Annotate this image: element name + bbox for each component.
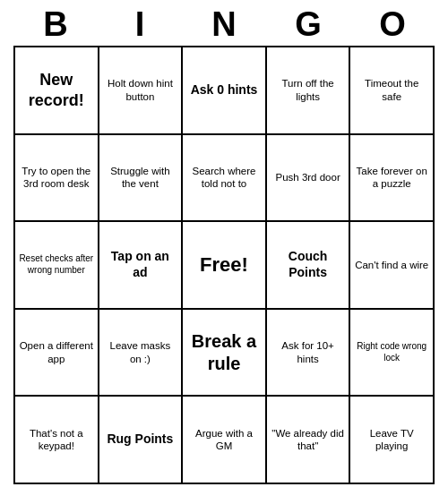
bingo-cell: Argue with a GM (183, 397, 267, 484)
bingo-cell: Couch Points (267, 222, 351, 310)
bingo-grid: New record!Holt down hint buttonAsk 0 hi… (13, 46, 435, 484)
bingo-cell: Leave masks on :) (99, 310, 184, 397)
bingo-cell: Ask 0 hints (183, 47, 267, 135)
bingo-cell: Open a different app (15, 310, 99, 397)
bingo-cell: Push 3rd door (267, 135, 351, 223)
bingo-cell: Turn off the lights (267, 47, 351, 135)
bingo-cell: Search where told not to (183, 135, 267, 223)
bingo-cell: Leave TV playing (350, 397, 435, 484)
bingo-cell: New record! (15, 47, 99, 135)
bingo-cell: Rug Points (99, 397, 184, 484)
bingo-cell: That's not a keypad! (15, 397, 99, 484)
bingo-cell: Try to open the 3rd room desk (15, 135, 99, 223)
bingo-cell: Ask for 10+ hints (267, 310, 351, 397)
bingo-cell: Free! (183, 222, 267, 310)
bingo-cell: Reset checks after wrong number (15, 222, 99, 310)
bingo-cell: Break a rule (183, 310, 267, 397)
bingo-cell: Right code wrong lock (350, 310, 435, 397)
bingo-cell: Can't find a wire (350, 222, 435, 310)
bingo-cell: Holt down hint button (99, 47, 184, 135)
bingo-cell: Timeout the safe (350, 47, 435, 135)
title-letter: N (193, 5, 255, 44)
title-letter: O (361, 5, 424, 44)
bingo-title: BINGO (13, 0, 435, 46)
bingo-cell: Take forever on a puzzle (350, 135, 435, 223)
title-letter: B (24, 5, 87, 44)
bingo-cell: Struggle with the vent (99, 135, 184, 223)
bingo-cell: "We already did that" (267, 397, 351, 484)
title-letter: G (277, 5, 340, 44)
title-letter: I (108, 5, 171, 44)
bingo-cell: Tap on an ad (99, 222, 184, 310)
